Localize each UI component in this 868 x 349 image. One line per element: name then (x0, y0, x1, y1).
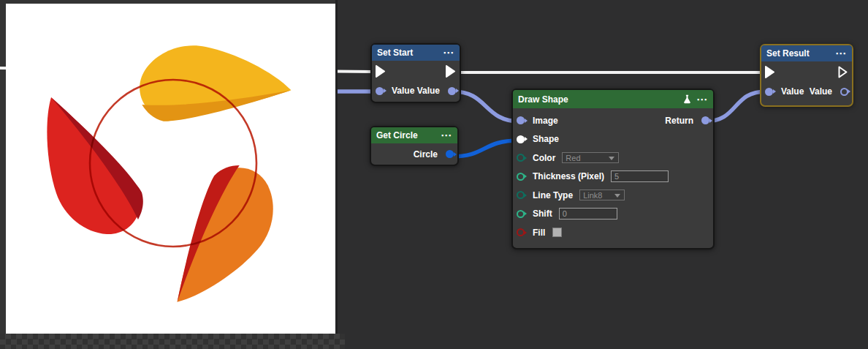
circle-out-port[interactable] (446, 150, 454, 158)
shift-input[interactable] (559, 208, 617, 219)
petal-yellow (127, 18, 294, 170)
color-dropdown-value: Red (566, 154, 580, 162)
exec-in-port[interactable] (376, 65, 386, 78)
color-dropdown[interactable]: Red (562, 152, 619, 163)
node-header[interactable]: Get Circle ⋯ (371, 127, 457, 143)
shift-label: Shift (533, 209, 552, 219)
shape-in-label: Shape (533, 134, 559, 144)
line-type-label: Line Type (533, 190, 573, 200)
return-out-label: Return (665, 116, 693, 126)
node-set-start[interactable]: Set Start ⋯ Value Value (370, 43, 461, 103)
thickness-in-port[interactable] (517, 173, 525, 181)
petal-red (47, 97, 142, 234)
color-in-port[interactable] (517, 154, 525, 162)
return-out-port[interactable] (701, 116, 709, 124)
line-type-in-port[interactable] (517, 191, 525, 199)
wire-contour-circle-to-shape (452, 140, 519, 157)
value-in-port[interactable] (765, 88, 773, 96)
value-out-label: Value (810, 86, 832, 97)
chevron-down-icon (609, 157, 614, 160)
thickness-input[interactable] (611, 170, 669, 182)
shift-in-port[interactable] (517, 210, 525, 218)
value-out-label: Value (417, 86, 440, 96)
node-title: Get Circle (376, 130, 418, 140)
image-in-label: Image (533, 116, 558, 126)
fill-checkbox[interactable] (552, 228, 562, 237)
fill-in-port[interactable] (517, 228, 525, 236)
node-title: Set Result (766, 48, 810, 59)
line-type-dropdown[interactable]: Link8 (579, 189, 625, 200)
value-out-port[interactable] (448, 87, 456, 95)
node-menu-icon[interactable]: ⋯ (443, 49, 454, 56)
node-title: Set Start (377, 48, 413, 58)
node-header[interactable]: Set Start ⋯ (372, 45, 460, 61)
panel-splitter[interactable] (335, 0, 338, 334)
node-menu-icon[interactable]: ⋯ (441, 132, 452, 139)
image-preview (6, 4, 335, 334)
node-title: Draw Shape (518, 94, 568, 105)
experiment-flask-icon (682, 94, 692, 104)
value-in-label: Value (392, 86, 414, 96)
node-menu-icon[interactable]: ⋯ (696, 96, 708, 103)
node-draw-shape[interactable]: Draw Shape ⋯ Image Return Shape Color (511, 89, 715, 249)
image-in-port[interactable] (517, 116, 525, 124)
thickness-label: Thickness (Pixel) (533, 171, 604, 181)
node-menu-icon[interactable]: ⋯ (835, 50, 847, 57)
exec-in-port[interactable] (765, 66, 775, 78)
value-in-port[interactable] (376, 87, 384, 95)
node-header[interactable]: Draw Shape ⋯ (513, 90, 713, 108)
value-in-label: Value (781, 86, 804, 97)
exec-out-port-unconnected[interactable] (838, 66, 848, 78)
value-out-port-unconnected[interactable] (840, 88, 848, 96)
transparency-checker (0, 334, 345, 349)
wire-value-start-to-image (453, 91, 520, 121)
node-header[interactable]: Set Result ⋯ (761, 45, 852, 61)
circle-out-label: Circle (414, 149, 438, 160)
node-editor-stage: Set Start ⋯ Value Value Get Circle ⋯ (0, 0, 868, 349)
shape-in-port[interactable] (517, 135, 525, 143)
line-type-dropdown-value: Link8 (583, 191, 602, 200)
fill-label: Fill (533, 228, 545, 238)
chevron-down-icon (614, 194, 620, 198)
node-get-circle[interactable]: Get Circle ⋯ Circle (370, 126, 459, 166)
petal-orange (132, 154, 298, 305)
exec-out-port[interactable] (446, 65, 456, 78)
color-label: Color (533, 153, 555, 163)
node-set-result[interactable]: Set Result ⋯ Value Value (760, 44, 853, 107)
